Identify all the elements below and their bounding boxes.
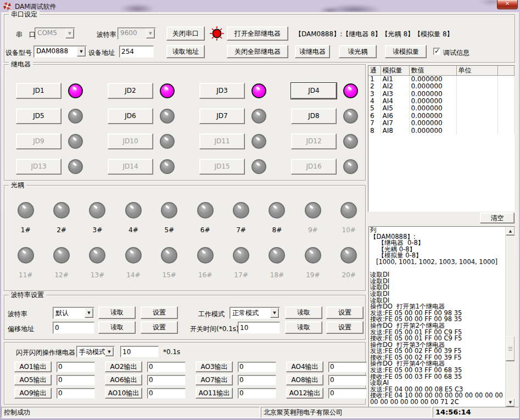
clear-log-button[interactable]: 清空 [480, 212, 515, 223]
baud-set-button[interactable]: 设置 [141, 306, 178, 319]
relay-button-jd4[interactable]: JD4 [291, 83, 337, 99]
opto-label: 11# [19, 271, 32, 279]
scroll-down-icon[interactable] [506, 398, 515, 407]
log-scrollbar[interactable] [505, 227, 515, 407]
analog-column-header[interactable]: 单位 [456, 66, 497, 76]
ao-button-ao5[interactable]: AO5输出 [14, 374, 52, 385]
relay-button-jd16[interactable]: JD16 [291, 159, 337, 175]
ao-input[interactable] [238, 375, 276, 385]
read-opto-button[interactable]: 读光耦 [339, 45, 377, 58]
scroll-up-icon[interactable] [506, 227, 515, 236]
ao-button-ao3[interactable]: AO3输出 [195, 361, 233, 372]
ao-button-ao6[interactable]: AO6输出 [105, 374, 142, 385]
ao-input[interactable] [238, 388, 276, 399]
analog-row[interactable]: 7AI70.000000 [368, 120, 515, 127]
relay-button-jd3[interactable]: JD3 [199, 83, 245, 99]
ao-button-ao10[interactable]: AO10输出 [105, 388, 142, 399]
ao-input[interactable] [147, 375, 186, 385]
opto-label: 16# [198, 271, 212, 279]
close-serial-button[interactable]: 关闭串口 [166, 26, 205, 41]
analog-row[interactable]: 2AI20.000000 [368, 83, 515, 90]
relay-button-jd2[interactable]: JD2 [108, 83, 153, 99]
switch-time-input[interactable] [238, 322, 280, 334]
ao-button-ao8[interactable]: AO8输出 [286, 374, 323, 385]
relay-button-jd15[interactable]: JD15 [199, 159, 245, 175]
relay-button-jd10[interactable]: JD10 [108, 133, 153, 149]
ao-input[interactable] [57, 362, 95, 372]
titlebar[interactable]: DAM调试软件 [0, 0, 520, 12]
ao-input[interactable] [328, 388, 367, 399]
read-relay-button[interactable]: 读继电器 [295, 45, 330, 58]
ao-input[interactable] [57, 375, 95, 385]
relay-button-jd12[interactable]: JD12 [291, 133, 337, 149]
baud-set-combobox[interactable]: 默认 [53, 307, 94, 319]
baud-combobox[interactable]: 9600 [118, 27, 156, 40]
work-mode-read-button[interactable]: 读取 [285, 306, 322, 319]
open-all-relays-button[interactable]: 打开全部继电器 [227, 26, 288, 41]
ao-button-ao1[interactable]: AO1输出 [14, 361, 52, 372]
analog-column-header[interactable]: 通 [368, 66, 381, 76]
device-info-label: 【DAM0888】:【继电器 8】【光耦 8】【模拟量 8】 [295, 30, 454, 39]
analog-column-header[interactable] [497, 66, 515, 76]
analog-cell [456, 120, 497, 127]
work-mode-combobox[interactable]: 正常模式 [230, 307, 280, 319]
relay-button-jd5[interactable]: JD5 [16, 108, 61, 124]
opto-cell: 10# [340, 202, 357, 234]
relay-button-jd1[interactable]: JD1 [16, 83, 61, 99]
relay-button-jd14[interactable]: JD14 [108, 159, 153, 175]
opto-led [269, 247, 285, 264]
ao-input[interactable] [328, 362, 367, 372]
analog-row[interactable]: 5AI50.000000 [368, 105, 515, 112]
analog-row[interactable]: 1AI10.000000 [368, 76, 515, 83]
scrollbar-thumb[interactable] [506, 336, 515, 361]
ao-input[interactable] [147, 362, 186, 372]
flash-time-input[interactable] [120, 346, 159, 357]
close-button[interactable] [497, 0, 518, 9]
relay-led [160, 109, 175, 124]
device-address-input[interactable] [119, 46, 154, 58]
ao-button-ao12[interactable]: AO12输出 [286, 388, 323, 399]
ao-input[interactable] [57, 388, 95, 399]
relay-button-jd8[interactable]: JD8 [291, 108, 337, 124]
relay-button-jd11[interactable]: JD11 [199, 133, 245, 149]
analog-column-header[interactable]: 模拟量 [381, 66, 409, 76]
offset-input[interactable] [53, 322, 94, 334]
ao-button-ao2[interactable]: AO2输出 [105, 361, 142, 372]
relay-button-jd7[interactable]: JD7 [199, 108, 245, 124]
opto-led [125, 202, 142, 219]
ao-button-ao11[interactable]: AO11输出 [195, 388, 233, 399]
ao-input[interactable] [238, 362, 276, 372]
analog-row[interactable]: 8AI80.000000 [368, 127, 515, 134]
read-analog-button[interactable]: 读模拟量 [385, 45, 427, 58]
analog-column-header[interactable]: 数值 [409, 66, 456, 76]
work-mode-set-button[interactable]: 设置 [326, 306, 364, 319]
ao-button-ao9[interactable]: AO9输出 [14, 388, 52, 399]
model-combobox[interactable]: DAM0888 [33, 46, 87, 58]
analog-row[interactable]: 3AI30.000000 [368, 90, 515, 97]
analog-cell [497, 83, 515, 90]
baud-read-button[interactable]: 读取 [98, 306, 136, 319]
flash-mode-combobox[interactable]: 手动模式 [76, 346, 115, 357]
analog-cell: 8 [368, 127, 381, 134]
relay-button-jd13[interactable]: JD13 [16, 159, 61, 175]
switch-time-set-button[interactable]: 设置 [326, 321, 364, 334]
relay-button-jd9[interactable]: JD9 [16, 133, 61, 149]
port-combobox[interactable]: COM5 [35, 27, 75, 40]
opto-label: 20# [342, 271, 356, 279]
switch-time-read-button[interactable]: 读取 [285, 321, 322, 334]
analog-cell: AI5 [381, 105, 409, 112]
log-box[interactable]: 列 【DAM0888】: 【继电器 0-8】 【光耦 0-8】 【模拟量 0-8… [368, 226, 515, 407]
ao-button-ao7[interactable]: AO7输出 [195, 374, 233, 385]
offset-read-button[interactable]: 读取 [98, 321, 136, 334]
close-all-relays-button[interactable]: 关闭全部继电器 [227, 45, 288, 58]
analog-row[interactable]: 6AI60.000000 [368, 113, 515, 120]
ao-input[interactable] [147, 388, 186, 399]
ao-button-ao4[interactable]: AO4输出 [286, 361, 323, 372]
debug-info-checkbox[interactable] [433, 48, 440, 55]
relay-button-jd6[interactable]: JD6 [108, 108, 153, 124]
analog-row[interactable]: 4AI40.000000 [368, 98, 515, 105]
model-label: 设备型号 [5, 48, 32, 58]
ao-input[interactable] [328, 375, 367, 385]
read-address-button[interactable]: 读取地址 [166, 45, 205, 58]
offset-set-button[interactable]: 设置 [141, 321, 178, 334]
